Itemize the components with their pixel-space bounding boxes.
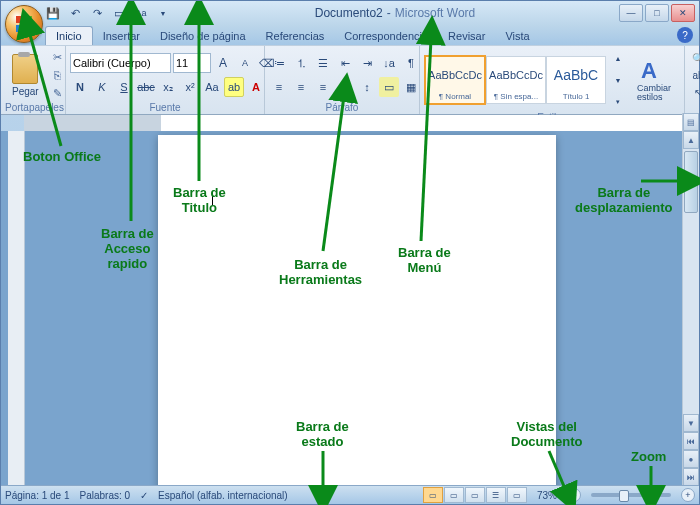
outline-view[interactable]: ☰ xyxy=(486,487,506,503)
print-layout-view[interactable]: ▭ xyxy=(423,487,443,503)
browse-object-button[interactable]: ● xyxy=(683,450,699,468)
font-name-select[interactable] xyxy=(70,53,171,73)
show-marks-button[interactable]: ¶ xyxy=(401,53,421,73)
minimize-button[interactable]: — xyxy=(619,4,643,22)
spell-icon[interactable]: ✓ xyxy=(140,490,148,501)
svg-rect-1 xyxy=(25,16,32,23)
language-indicator[interactable]: Español (alfab. internacional) xyxy=(158,490,288,501)
borders-button[interactable]: ▦ xyxy=(401,77,421,97)
help-button[interactable]: ? xyxy=(677,27,693,43)
document-area[interactable] xyxy=(25,131,683,486)
align-center-button[interactable]: ≡ xyxy=(291,77,311,97)
maximize-button[interactable]: □ xyxy=(645,4,669,22)
tab-vista[interactable]: Vista xyxy=(495,27,539,45)
next-page-button[interactable]: ⏭ xyxy=(683,468,699,486)
tab-revisar[interactable]: Revisar xyxy=(438,27,495,45)
find-button[interactable]: 🔍 Buscar▾ xyxy=(689,50,700,66)
change-case-button[interactable]: Aa xyxy=(202,77,222,97)
align-left-button[interactable]: ≡ xyxy=(269,77,289,97)
zoom-percent[interactable]: 73% xyxy=(537,490,557,501)
text-cursor xyxy=(212,191,213,205)
paste-button[interactable]: Pegar xyxy=(5,51,46,100)
superscript-button[interactable]: x² xyxy=(180,77,200,97)
close-button[interactable]: ✕ xyxy=(671,4,695,22)
quick-access-toolbar: 💾 ↶ ↷ ▭ Aa ▼ xyxy=(45,5,171,21)
tab-correspondencia[interactable]: Correspondencia xyxy=(334,27,438,45)
zoom-in-button[interactable]: + xyxy=(681,488,695,502)
undo-icon[interactable]: ↶ xyxy=(67,5,83,21)
style-normal[interactable]: AaBbCcDc ¶ Normal xyxy=(424,55,486,105)
zoom-out-button[interactable]: − xyxy=(567,488,581,502)
tab-referencias[interactable]: Referencias xyxy=(256,27,335,45)
copy-button[interactable]: ⎘ xyxy=(49,67,67,83)
format-painter-button[interactable]: ✎ xyxy=(49,85,67,101)
tab-inicio[interactable]: Inicio xyxy=(45,26,93,45)
sort-button[interactable]: ↓a xyxy=(379,53,399,73)
justify-button[interactable]: ≣ xyxy=(335,77,355,97)
strike-button[interactable]: abc xyxy=(136,77,156,97)
align-right-button[interactable]: ≡ xyxy=(313,77,333,97)
select-button[interactable]: ↖ Seleccionar▾ xyxy=(689,84,700,100)
styles-up-button[interactable]: ▲ xyxy=(608,48,628,68)
style-titulo1[interactable]: AaBbC Título 1 xyxy=(546,56,606,104)
tab-insertar[interactable]: Insertar xyxy=(93,27,150,45)
numbering-button[interactable]: ⒈ xyxy=(291,53,311,73)
cut-button[interactable]: ✂ xyxy=(49,49,67,65)
replace-icon: ab xyxy=(691,68,700,82)
tab-diseno[interactable]: Diseño de página xyxy=(150,27,256,45)
group-label-paragraph: Párrafo xyxy=(269,102,415,114)
zoom-thumb[interactable] xyxy=(619,490,629,502)
web-layout-view[interactable]: ▭ xyxy=(465,487,485,503)
svg-rect-2 xyxy=(16,25,23,32)
redo-icon[interactable]: ↷ xyxy=(89,5,105,21)
shrink-font-button[interactable]: A xyxy=(235,53,255,73)
case-icon[interactable]: Aa xyxy=(133,5,149,21)
scroll-down-button[interactable]: ▼ xyxy=(683,414,699,432)
print-icon[interactable]: ▭ xyxy=(111,5,127,21)
full-screen-view[interactable]: ▭ xyxy=(444,487,464,503)
horizontal-ruler[interactable] xyxy=(24,115,699,132)
cursor-icon: ↖ xyxy=(691,85,700,99)
vertical-ruler[interactable] xyxy=(8,131,25,486)
subscript-button[interactable]: x₂ xyxy=(158,77,178,97)
italic-button[interactable]: K xyxy=(92,77,112,97)
line-spacing-button[interactable]: ↕ xyxy=(357,77,377,97)
style-sin-espaciado[interactable]: AaBbCcDc ¶ Sin espa... xyxy=(486,56,546,104)
app-name: Microsoft Word xyxy=(395,6,475,20)
scroll-track[interactable] xyxy=(683,149,699,414)
shading-button[interactable]: ▭ xyxy=(379,77,399,97)
page-indicator[interactable]: Página: 1 de 1 xyxy=(5,490,70,501)
bullets-button[interactable]: ≔ xyxy=(269,53,289,73)
change-styles-button[interactable]: A Cambiar estilos xyxy=(628,56,680,104)
vertical-scrollbar[interactable]: ▤ ▲ ▼ ⏮ ● ⏭ xyxy=(682,113,699,486)
draft-view[interactable]: ▭ xyxy=(507,487,527,503)
indent-button[interactable]: ⇥ xyxy=(357,53,377,73)
group-label-font: Fuente xyxy=(70,102,260,114)
scroll-up-button[interactable]: ▲ xyxy=(683,131,699,149)
word-count[interactable]: Palabras: 0 xyxy=(80,490,131,501)
prev-page-button[interactable]: ⏮ xyxy=(683,432,699,450)
outdent-button[interactable]: ⇤ xyxy=(335,53,355,73)
font-color-button[interactable]: A xyxy=(246,77,266,97)
change-styles-icon: A xyxy=(641,58,667,84)
ribbon: Pegar ✂ ⎘ ✎ Portapapeles A A ⌫ xyxy=(1,45,699,115)
zoom-slider[interactable] xyxy=(591,493,671,497)
ruler-toggle-button[interactable]: ▤ xyxy=(683,113,699,131)
document-name: Documento2 xyxy=(315,6,383,20)
styles-down-button[interactable]: ▼ xyxy=(608,70,628,90)
scroll-thumb[interactable] xyxy=(684,151,698,213)
replace-button[interactable]: ab Reemplazar xyxy=(689,67,700,83)
grow-font-button[interactable]: A xyxy=(213,53,233,73)
svg-rect-3 xyxy=(25,25,32,32)
page[interactable] xyxy=(158,135,556,486)
highlight-button[interactable]: ab xyxy=(224,77,244,97)
office-button[interactable] xyxy=(5,5,43,43)
font-size-select[interactable] xyxy=(173,53,211,73)
multilevel-button[interactable]: ☰ xyxy=(313,53,333,73)
underline-button[interactable]: S xyxy=(114,77,134,97)
save-icon[interactable]: 💾 xyxy=(45,5,61,21)
styles-expand-button[interactable]: ▾ xyxy=(608,92,628,112)
view-buttons: ▭ ▭ ▭ ☰ ▭ xyxy=(423,487,527,503)
qat-dropdown-icon[interactable]: ▼ xyxy=(155,5,171,21)
bold-button[interactable]: N xyxy=(70,77,90,97)
